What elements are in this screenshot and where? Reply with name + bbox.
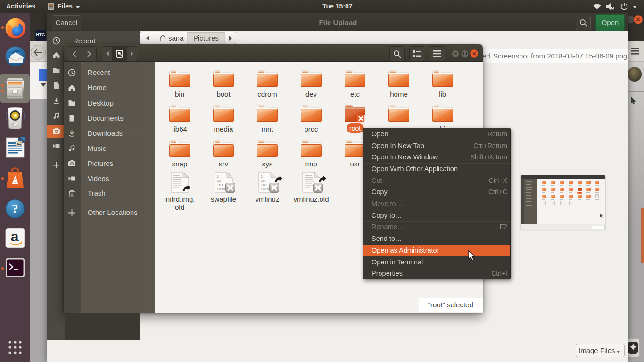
svg-text:a: a [11,229,19,244]
svg-text:?: ? [12,202,18,216]
